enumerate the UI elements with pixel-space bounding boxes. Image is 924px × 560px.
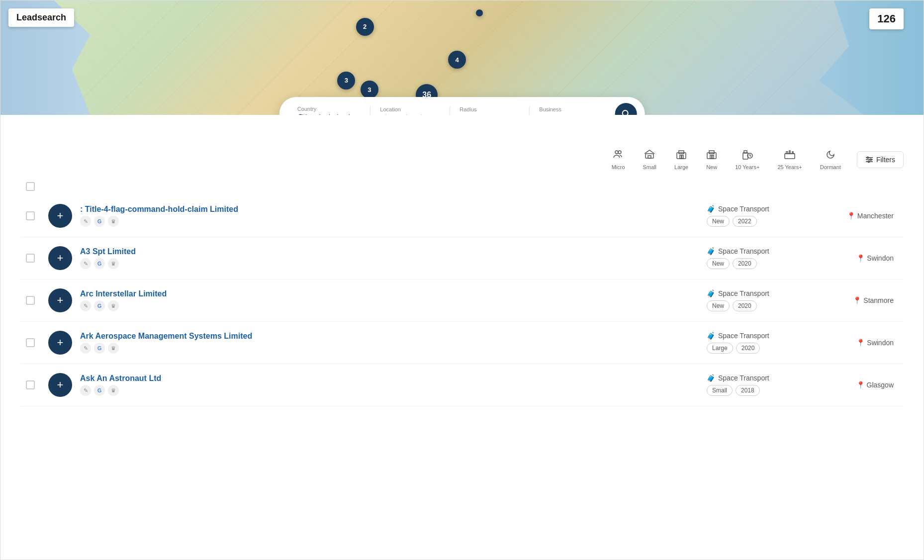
svg-point-23 [870,159,871,160]
edit-icon[interactable]: ✎ [80,258,91,269]
company-icon-row: ✎ G ♛ [80,216,699,227]
filter-label: Micro [612,164,625,170]
filters-button[interactable]: Filters [857,151,904,168]
google-icon[interactable]: G [94,343,105,354]
add-company-button[interactable]: + [48,204,72,228]
filter-category-large[interactable]: Large [666,145,696,174]
filter-icon [613,149,624,162]
company-location: 📍 Swindon [824,339,894,347]
company-tag: New [707,300,730,311]
row-checkbox[interactable] [26,254,35,263]
filter-category-micro[interactable]: Micro [604,145,633,174]
briefcase-icon: 🧳 [707,289,715,297]
filters-row: Micro Small Large New 10 Years+ 25 Years… [20,145,904,174]
crown-icon[interactable]: ♛ [108,385,119,396]
company-tag: 2020 [733,258,757,269]
company-name[interactable]: Arc Interstellar Limited [80,289,699,298]
row-checkbox[interactable] [26,338,35,347]
company-row: + Ark Aerospace Management Systems Limit… [20,322,904,364]
country-field[interactable]: Country 🇬🇧 United Kingdom [287,106,370,115]
briefcase-icon: 🧳 [707,247,715,255]
filters-button-label: Filters [876,156,895,164]
google-icon[interactable]: G [94,216,105,227]
business-type: 🧳 Space Transport [707,289,816,297]
company-name[interactable]: : Title-4-flag-command-hold-claim Limite… [80,205,699,214]
filter-label: Small [643,164,657,170]
filter-category-small[interactable]: Small [635,145,665,174]
add-company-button[interactable]: + [48,288,72,312]
company-tag: New [707,216,730,227]
row-checkbox-col [20,380,40,389]
svg-rect-13 [712,155,714,159]
crown-icon[interactable]: ♛ [108,300,119,311]
company-row: + Arc Interstellar Limited ✎ G ♛ 🧳 Space… [20,280,904,322]
edit-icon[interactable]: ✎ [80,216,91,227]
row-checkbox-col [20,211,40,220]
radius-field[interactable]: Radius +2 m... [450,106,529,115]
business-type: 🧳 Space Transport [707,205,816,213]
company-tags: New2020 [707,258,816,269]
map-cluster[interactable]: 3 [337,72,355,90]
location-text: Swindon [867,339,894,347]
filter-category-new[interactable]: New [698,145,725,174]
map-cluster[interactable]: 4 [448,51,466,69]
row-checkbox[interactable] [26,380,35,389]
business-type-text: Space Transport [718,205,769,213]
company-name[interactable]: A3 Spt Limited [80,247,699,256]
company-tags: Large2020 [707,343,816,354]
location-field[interactable]: Location Choose location [370,106,450,115]
company-tag: New [707,258,730,269]
crown-icon[interactable]: ♛ [108,258,119,269]
company-meta-col: 🧳 Space Transport Small2018 [707,374,816,396]
svg-rect-9 [682,155,683,159]
company-icon-row: ✎ G ♛ [80,343,699,354]
filter-categories: Micro Small Large New 10 Years+ 25 Years… [604,145,849,174]
country-value: United Kingdom [310,113,360,115]
select-all-checkbox[interactable] [26,182,35,191]
business-type-text: Space Transport [718,332,769,340]
business-type: 🧳 Space Transport [707,332,816,340]
edit-icon[interactable]: ✎ [80,343,91,354]
svg-point-0 [622,110,628,115]
country-label: Country [297,106,360,112]
svg-point-22 [867,157,868,158]
map-cluster[interactable] [476,9,483,16]
business-field[interactable]: Business Space transport [529,106,609,115]
business-type-text: Space Transport [718,374,769,382]
filter-category-dormant[interactable]: Dormant [812,145,849,174]
map-cluster[interactable]: 3 [361,81,378,98]
edit-icon[interactable]: ✎ [80,385,91,396]
search-button[interactable] [615,103,637,115]
select-all-row [20,182,904,195]
row-checkbox[interactable] [26,211,35,220]
company-tag: Small [707,385,733,396]
svg-point-24 [868,161,869,162]
filter-label: 25 Years+ [777,164,802,170]
location-pin-icon: 📍 [847,212,855,220]
add-company-button[interactable]: + [48,246,72,270]
company-info-col: Arc Interstellar Limited ✎ G ♛ [80,289,699,311]
svg-rect-5 [648,156,651,158]
filter-category-25-years+[interactable]: 25 Years+ [769,145,810,174]
add-company-button[interactable]: + [48,331,72,355]
location-pin-icon: 📍 [856,339,865,347]
google-icon[interactable]: G [94,385,105,396]
app-title-text: Leadsearch [16,12,66,22]
filter-label: New [706,164,717,170]
add-company-button[interactable]: + [48,373,72,397]
company-location: 📍 Stanmore [824,296,894,304]
filter-category-10-years+[interactable]: 10 Years+ [727,145,767,174]
business-label: Business [539,106,599,112]
edit-icon[interactable]: ✎ [80,300,91,311]
map-cluster[interactable]: 2 [356,18,374,36]
row-checkbox-col [20,296,40,305]
company-name[interactable]: Ask An Astronaut Ltd [80,374,699,383]
crown-icon[interactable]: ♛ [108,216,119,227]
google-icon[interactable]: G [94,258,105,269]
company-name[interactable]: Ark Aerospace Management Systems Limited [80,332,699,341]
company-tag: 2022 [733,216,757,227]
business-type-text: Space Transport [718,247,769,255]
crown-icon[interactable]: ♛ [108,343,119,354]
row-checkbox[interactable] [26,296,35,305]
google-icon[interactable]: G [94,300,105,311]
